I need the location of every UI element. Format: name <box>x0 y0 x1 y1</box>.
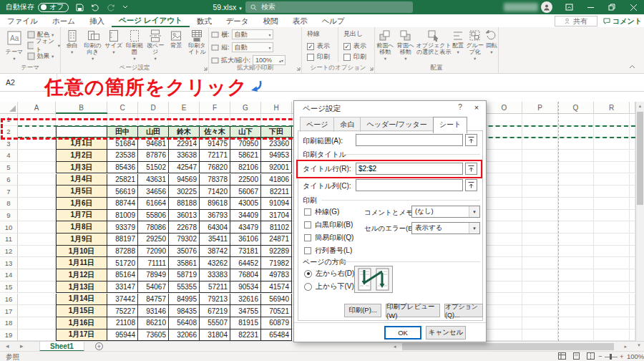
cell-F19[interactable]: 31804 <box>200 329 230 341</box>
black-white-checkbox[interactable]: 白黒印刷(B) <box>304 220 353 230</box>
print-area-collapse-icon[interactable] <box>465 134 477 146</box>
horizontal-scrollbar[interactable]: ◂ ▸ <box>392 343 628 350</box>
cell-Q1[interactable] <box>558 114 594 126</box>
print-titles-button[interactable]: 印刷タイトル <box>187 27 208 61</box>
cell-F6[interactable]: 78378 <box>200 174 230 186</box>
cell-G7[interactable]: 56067 <box>230 186 261 198</box>
cell-O8[interactable] <box>487 198 522 210</box>
autosave-toggle[interactable]: オフ <box>38 3 69 12</box>
cell-P1[interactable] <box>522 114 558 126</box>
cell-H17[interactable]: 70521 <box>261 305 292 317</box>
cell-R3[interactable] <box>594 138 630 150</box>
cell-R13[interactable] <box>594 257 630 269</box>
cell-C17[interactable]: 75227 <box>107 305 138 317</box>
save-icon[interactable] <box>76 4 84 11</box>
cell-F7[interactable]: 71420 <box>200 186 230 198</box>
cell-E15[interactable]: 55355 <box>169 281 200 294</box>
cell-B7[interactable]: 1月5日 <box>56 186 107 198</box>
cell-D19[interactable]: 73605 <box>138 329 169 341</box>
sheet-options-dialog-launcher-icon[interactable] <box>369 66 374 72</box>
row-header-14[interactable]: 14 <box>0 269 18 281</box>
cell-A14[interactable] <box>18 269 56 281</box>
row-header-12[interactable]: 12 <box>0 246 18 258</box>
cell-x10[interactable] <box>630 221 635 234</box>
cell-E7[interactable]: 30225 <box>169 186 200 198</box>
cell-A13[interactable] <box>18 257 56 269</box>
row-header-5[interactable]: 5 <box>0 162 18 174</box>
zoom-out-icon[interactable]: − <box>598 352 602 360</box>
cell-G14[interactable]: 76804 <box>230 269 261 281</box>
cell-G13[interactable]: 64452 <box>230 257 261 269</box>
checkbox-見出し-印刷[interactable]: 印刷 <box>343 52 374 62</box>
cell-O10[interactable] <box>487 221 522 234</box>
dialog-close-icon[interactable]: × <box>470 103 483 115</box>
cell-G12[interactable]: 73181 <box>230 246 261 258</box>
cell-P9[interactable] <box>522 210 558 222</box>
cell-F11[interactable]: 35411 <box>200 234 230 246</box>
cell-x1[interactable] <box>630 114 635 126</box>
cell-P2[interactable] <box>522 126 558 138</box>
cell-F4[interactable]: 72171 <box>200 150 230 162</box>
cell-B14[interactable]: 1月12日 <box>56 269 107 281</box>
row-header-16[interactable]: 16 <box>0 294 18 306</box>
cell-F18[interactable]: 55507 <box>200 317 230 329</box>
cell-D10[interactable]: 78086 <box>138 221 169 234</box>
cell-H11[interactable]: 24871 <box>261 234 292 246</box>
cell-P3[interactable] <box>522 138 558 150</box>
comments-button[interactable]: コメント <box>603 16 642 27</box>
cell-P6[interactable] <box>522 174 558 186</box>
cell-x17[interactable] <box>630 305 635 317</box>
cell-Q4[interactable] <box>558 150 594 162</box>
checkbox-枠線-印刷[interactable]: 印刷 <box>307 52 338 62</box>
cell-O1[interactable] <box>487 114 522 126</box>
cell-G5[interactable]: 82106 <box>230 162 261 174</box>
scroll-left-icon[interactable]: ◂ <box>394 344 396 350</box>
bring-forward-button[interactable]: 前面へ移動▾ <box>375 27 396 61</box>
column-header-F[interactable]: F <box>200 102 230 114</box>
row-header-7[interactable]: 7 <box>0 186 18 198</box>
cell-R11[interactable] <box>594 234 630 246</box>
row-header-10[interactable]: 10 <box>0 221 18 234</box>
cell-A5[interactable] <box>18 162 56 174</box>
cell-R7[interactable] <box>594 186 630 198</box>
cell-R9[interactable] <box>594 210 630 222</box>
cell-C12[interactable]: 87288 <box>107 246 138 258</box>
cell-G9[interactable]: 34409 <box>230 210 261 222</box>
order-left-to-right-radio[interactable]: 左から右(D) <box>304 269 354 279</box>
cell-A17[interactable] <box>18 305 56 317</box>
cell-A12[interactable] <box>18 246 56 258</box>
scale-combo-1[interactable]: 自動▾ <box>232 42 273 52</box>
cell-F16[interactable]: 79213 <box>200 294 230 306</box>
cell-F13[interactable]: 43262 <box>200 257 230 269</box>
print-button[interactable]: 印刷(P)... <box>344 304 381 317</box>
dialog-help-icon[interactable]: ? <box>454 103 466 115</box>
cell-P11[interactable] <box>522 234 558 246</box>
cell-D8[interactable]: 61664 <box>138 198 169 210</box>
background-button[interactable]: 背景 <box>166 27 187 61</box>
row-header-18[interactable]: 18 <box>0 317 18 329</box>
cell-D14[interactable]: 78949 <box>138 269 169 281</box>
cell-O11[interactable] <box>487 234 522 246</box>
cell-R8[interactable] <box>594 198 630 210</box>
row-header-6[interactable]: 6 <box>0 174 18 186</box>
cell-x15[interactable] <box>630 281 635 294</box>
cell-A15[interactable] <box>18 281 56 294</box>
ribbon-tab-0[interactable]: ファイル <box>0 14 45 27</box>
options-button[interactable]: オプション(Q)... <box>444 304 483 317</box>
qat-customize-icon[interactable] <box>122 4 128 10</box>
cell-B13[interactable]: 1月11日 <box>56 257 107 269</box>
collapse-ribbon-icon[interactable] <box>629 64 635 70</box>
cell-B17[interactable]: 1月15日 <box>56 305 107 317</box>
cell-O15[interactable] <box>487 281 522 294</box>
cell-R1[interactable] <box>594 114 630 126</box>
cell-G15[interactable]: 90534 <box>230 281 261 294</box>
cell-R2[interactable] <box>594 126 630 138</box>
sheet-nav-right-icon[interactable]: ▸ <box>20 342 24 350</box>
restore-button[interactable] <box>602 0 621 14</box>
column-header-C[interactable]: C <box>107 102 138 114</box>
document-title[interactable]: 59.xlsx▾ <box>213 3 241 11</box>
cell-O5[interactable] <box>487 162 522 174</box>
cell-C4[interactable]: 23538 <box>107 150 138 162</box>
cell-Q7[interactable] <box>558 186 594 198</box>
cell-H16[interactable]: 56940 <box>261 294 292 306</box>
